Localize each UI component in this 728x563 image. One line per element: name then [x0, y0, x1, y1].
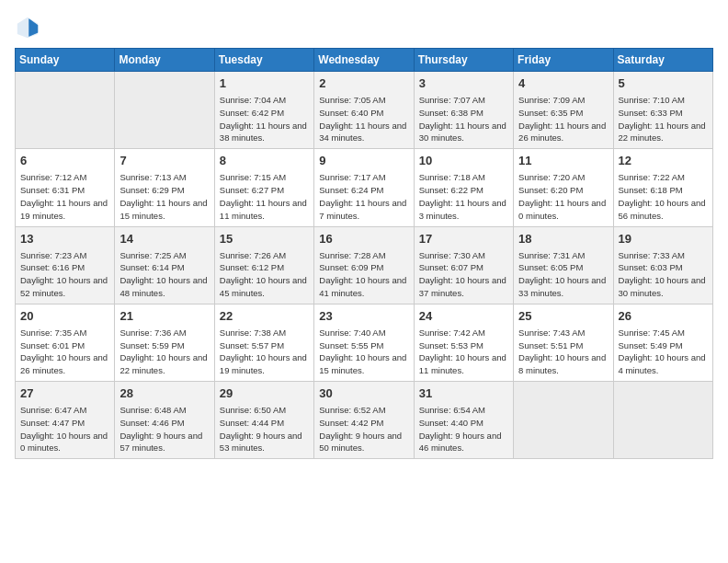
calendar-cell: 21Sunrise: 7:36 AM Sunset: 5:59 PM Dayli…	[115, 304, 214, 381]
calendar-cell	[16, 72, 115, 149]
calendar-cell: 27Sunrise: 6:47 AM Sunset: 4:47 PM Dayli…	[16, 382, 115, 459]
day-info: Sunrise: 7:20 AM Sunset: 6:20 PM Dayligh…	[518, 171, 608, 222]
day-number: 22	[220, 308, 309, 325]
calendar-cell: 30Sunrise: 6:52 AM Sunset: 4:42 PM Dayli…	[314, 382, 414, 459]
day-info: Sunrise: 7:26 AM Sunset: 6:12 PM Dayligh…	[220, 249, 309, 300]
calendar-cell: 14Sunrise: 7:25 AM Sunset: 6:14 PM Dayli…	[115, 226, 214, 304]
calendar-cell: 3Sunrise: 7:07 AM Sunset: 6:38 PM Daylig…	[414, 72, 513, 149]
calendar-week-row: 6Sunrise: 7:12 AM Sunset: 6:31 PM Daylig…	[16, 149, 713, 226]
day-info: Sunrise: 6:47 AM Sunset: 4:47 PM Dayligh…	[20, 404, 109, 454]
day-info: Sunrise: 7:25 AM Sunset: 6:14 PM Dayligh…	[119, 249, 209, 300]
day-number: 1	[220, 75, 309, 92]
calendar-cell: 11Sunrise: 7:20 AM Sunset: 6:20 PM Dayli…	[514, 149, 613, 226]
day-info: Sunrise: 7:40 AM Sunset: 5:55 PM Dayligh…	[319, 327, 408, 377]
day-number: 30	[319, 385, 408, 402]
calendar-cell: 25Sunrise: 7:43 AM Sunset: 5:51 PM Dayli…	[514, 304, 613, 381]
day-number: 26	[619, 308, 708, 325]
page-header	[15, 15, 713, 40]
day-info: Sunrise: 7:13 AM Sunset: 6:29 PM Dayligh…	[119, 171, 209, 222]
day-info: Sunrise: 7:45 AM Sunset: 5:49 PM Dayligh…	[619, 327, 708, 377]
calendar-cell: 5Sunrise: 7:10 AM Sunset: 6:33 PM Daylig…	[613, 72, 712, 149]
calendar-cell: 9Sunrise: 7:17 AM Sunset: 6:24 PM Daylig…	[314, 149, 414, 226]
calendar-week-row: 1Sunrise: 7:04 AM Sunset: 6:42 PM Daylig…	[16, 72, 713, 149]
calendar-cell: 18Sunrise: 7:31 AM Sunset: 6:05 PM Dayli…	[514, 226, 613, 304]
day-number: 15	[220, 231, 309, 247]
day-info: Sunrise: 7:38 AM Sunset: 5:57 PM Dayligh…	[220, 327, 309, 377]
day-number: 11	[518, 153, 608, 169]
day-number: 24	[419, 308, 508, 325]
day-number: 9	[319, 153, 408, 169]
day-number: 17	[419, 231, 508, 247]
day-info: Sunrise: 6:50 AM Sunset: 4:44 PM Dayligh…	[220, 404, 309, 454]
day-info: Sunrise: 6:48 AM Sunset: 4:46 PM Dayligh…	[119, 404, 209, 454]
day-number: 18	[518, 231, 608, 247]
day-header-thursday: Thursday	[414, 49, 513, 72]
calendar-header-row: SundayMondayTuesdayWednesdayThursdayFrid…	[16, 49, 713, 72]
day-number: 28	[119, 385, 209, 402]
day-info: Sunrise: 7:09 AM Sunset: 6:35 PM Dayligh…	[518, 94, 608, 144]
day-header-sunday: Sunday	[16, 49, 115, 72]
day-number: 10	[419, 153, 508, 169]
day-info: Sunrise: 7:05 AM Sunset: 6:40 PM Dayligh…	[319, 94, 408, 144]
day-info: Sunrise: 6:52 AM Sunset: 4:42 PM Dayligh…	[319, 404, 408, 454]
calendar-cell	[514, 382, 613, 459]
day-info: Sunrise: 7:33 AM Sunset: 6:03 PM Dayligh…	[619, 249, 708, 300]
calendar-cell	[115, 72, 214, 149]
calendar-cell: 26Sunrise: 7:45 AM Sunset: 5:49 PM Dayli…	[613, 304, 712, 381]
calendar-cell: 10Sunrise: 7:18 AM Sunset: 6:22 PM Dayli…	[414, 149, 513, 226]
day-number: 29	[220, 385, 309, 402]
day-number: 8	[220, 153, 309, 169]
calendar-cell: 8Sunrise: 7:15 AM Sunset: 6:27 PM Daylig…	[214, 149, 313, 226]
calendar-cell: 31Sunrise: 6:54 AM Sunset: 4:40 PM Dayli…	[414, 382, 513, 459]
day-info: Sunrise: 6:54 AM Sunset: 4:40 PM Dayligh…	[419, 404, 508, 454]
day-number: 19	[619, 231, 708, 247]
logo-icon	[15, 15, 40, 40]
day-info: Sunrise: 7:12 AM Sunset: 6:31 PM Dayligh…	[20, 171, 109, 222]
calendar-cell: 24Sunrise: 7:42 AM Sunset: 5:53 PM Dayli…	[414, 304, 513, 381]
day-header-tuesday: Tuesday	[214, 49, 313, 72]
day-info: Sunrise: 7:07 AM Sunset: 6:38 PM Dayligh…	[419, 94, 508, 144]
day-number: 5	[619, 75, 708, 92]
day-number: 12	[619, 153, 708, 169]
day-number: 25	[518, 308, 608, 325]
day-info: Sunrise: 7:36 AM Sunset: 5:59 PM Dayligh…	[119, 327, 209, 377]
day-info: Sunrise: 7:28 AM Sunset: 6:09 PM Dayligh…	[319, 249, 408, 300]
day-number: 6	[20, 153, 109, 169]
calendar-cell: 4Sunrise: 7:09 AM Sunset: 6:35 PM Daylig…	[514, 72, 613, 149]
day-info: Sunrise: 7:17 AM Sunset: 6:24 PM Dayligh…	[319, 171, 408, 222]
calendar-cell: 15Sunrise: 7:26 AM Sunset: 6:12 PM Dayli…	[214, 226, 313, 304]
day-number: 27	[20, 385, 109, 402]
calendar-cell: 7Sunrise: 7:13 AM Sunset: 6:29 PM Daylig…	[115, 149, 214, 226]
day-number: 4	[518, 75, 608, 92]
day-number: 13	[20, 231, 109, 247]
day-number: 31	[419, 385, 508, 402]
calendar-cell: 12Sunrise: 7:22 AM Sunset: 6:18 PM Dayli…	[613, 149, 712, 226]
calendar-cell: 1Sunrise: 7:04 AM Sunset: 6:42 PM Daylig…	[214, 72, 313, 149]
calendar-table: SundayMondayTuesdayWednesdayThursdayFrid…	[15, 48, 713, 459]
calendar-cell: 19Sunrise: 7:33 AM Sunset: 6:03 PM Dayli…	[613, 226, 712, 304]
day-header-friday: Friday	[514, 49, 613, 72]
calendar-week-row: 13Sunrise: 7:23 AM Sunset: 6:16 PM Dayli…	[16, 226, 713, 304]
day-number: 21	[119, 308, 209, 325]
day-number: 14	[119, 231, 209, 247]
calendar-cell	[613, 382, 712, 459]
day-info: Sunrise: 7:35 AM Sunset: 6:01 PM Dayligh…	[20, 327, 109, 377]
day-number: 20	[20, 308, 109, 325]
day-header-monday: Monday	[115, 49, 214, 72]
calendar-cell: 28Sunrise: 6:48 AM Sunset: 4:46 PM Dayli…	[115, 382, 214, 459]
day-number: 3	[419, 75, 508, 92]
calendar-week-row: 20Sunrise: 7:35 AM Sunset: 6:01 PM Dayli…	[16, 304, 713, 381]
day-info: Sunrise: 7:18 AM Sunset: 6:22 PM Dayligh…	[419, 171, 508, 222]
calendar-cell: 6Sunrise: 7:12 AM Sunset: 6:31 PM Daylig…	[16, 149, 115, 226]
calendar-cell: 23Sunrise: 7:40 AM Sunset: 5:55 PM Dayli…	[314, 304, 414, 381]
day-info: Sunrise: 7:23 AM Sunset: 6:16 PM Dayligh…	[20, 249, 109, 300]
day-info: Sunrise: 7:31 AM Sunset: 6:05 PM Dayligh…	[518, 249, 608, 300]
calendar-cell: 20Sunrise: 7:35 AM Sunset: 6:01 PM Dayli…	[16, 304, 115, 381]
day-info: Sunrise: 7:42 AM Sunset: 5:53 PM Dayligh…	[419, 327, 508, 377]
day-info: Sunrise: 7:15 AM Sunset: 6:27 PM Dayligh…	[220, 171, 309, 222]
logo	[15, 15, 44, 40]
calendar-cell: 13Sunrise: 7:23 AM Sunset: 6:16 PM Dayli…	[16, 226, 115, 304]
day-info: Sunrise: 7:22 AM Sunset: 6:18 PM Dayligh…	[619, 171, 708, 222]
day-info: Sunrise: 7:10 AM Sunset: 6:33 PM Dayligh…	[619, 94, 708, 144]
calendar-cell: 2Sunrise: 7:05 AM Sunset: 6:40 PM Daylig…	[314, 72, 414, 149]
